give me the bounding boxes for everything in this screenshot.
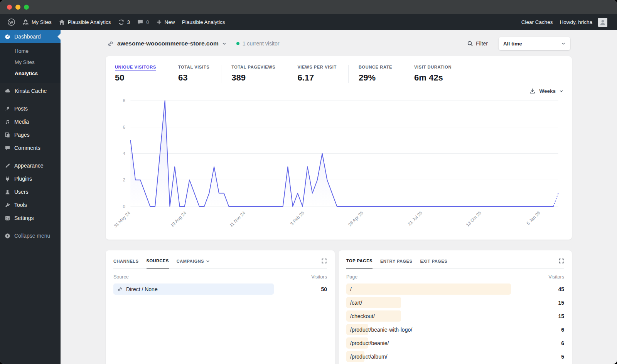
comments-menu[interactable]: 0 xyxy=(133,14,153,30)
link-icon xyxy=(107,40,114,47)
sidebar-item-tools[interactable]: Tools xyxy=(0,198,61,211)
sidebar-item-my-sites[interactable]: My Sites xyxy=(0,57,61,68)
media-note-icon xyxy=(5,119,10,125)
expand-icon xyxy=(321,258,327,264)
tab-entry-pages[interactable]: ENTRY PAGES xyxy=(380,259,412,268)
sidebar-item-posts[interactable]: Posts xyxy=(0,102,61,115)
svg-text:5 Jan 26: 5 Jan 26 xyxy=(526,210,541,226)
fullscreen-button[interactable] xyxy=(321,258,327,268)
stat-visit-duration[interactable]: VISIT DURATION 6m 42s xyxy=(404,65,463,83)
link-icon xyxy=(117,287,123,292)
collapse-arrow-icon xyxy=(5,233,10,239)
svg-text:13 Oct 25: 13 Oct 25 xyxy=(465,210,482,227)
sidebar-item-dashboard[interactable]: Dashboard xyxy=(0,30,61,43)
page-row[interactable]: / 45 xyxy=(346,283,564,295)
chevron-down-icon xyxy=(561,41,566,46)
titlebar xyxy=(0,0,617,14)
current-visitors: 1 current visitor xyxy=(236,40,280,47)
source-visitors: 50 xyxy=(321,286,327,292)
source-name: Direct / None xyxy=(126,286,158,292)
sidebar-item-appearance[interactable]: Appearance xyxy=(0,159,61,172)
sidebar-item-comments[interactable]: Comments xyxy=(0,141,61,154)
pushpin-icon xyxy=(5,106,10,112)
tab-sources[interactable]: SOURCES xyxy=(147,258,169,268)
svg-text:2: 2 xyxy=(123,178,125,182)
visitors-trend-chart[interactable]: 0246831 May 2419 Aug 2411 Nov 243 Feb 25… xyxy=(113,97,564,234)
page-path: / xyxy=(350,286,352,292)
collapse-menu-button[interactable]: Collapse menu xyxy=(0,229,61,242)
svg-text:8: 8 xyxy=(123,98,125,103)
svg-text:6: 6 xyxy=(123,125,125,129)
app-window: My Sites Plausible Analytics 3 0 New Pla… xyxy=(0,0,617,364)
updates-menu[interactable]: 3 xyxy=(115,14,134,30)
site-switcher[interactable]: awesome-woocommerce-store.com xyxy=(107,40,226,47)
my-sites-menu[interactable]: My Sites xyxy=(19,14,55,30)
expand-icon xyxy=(558,258,564,264)
sidebar-item-settings[interactable]: Settings xyxy=(0,211,61,225)
page-visitors: 6 xyxy=(561,327,564,333)
pages-panel: TOP PAGES ENTRY PAGES EXIT PAGES Page Vi… xyxy=(339,250,572,364)
user-silhouette-icon xyxy=(599,19,606,26)
stat-total-pageviews[interactable]: TOTAL PAGEVIEWS 389 xyxy=(221,65,287,83)
svg-text:3 Feb 25: 3 Feb 25 xyxy=(289,210,305,226)
filter-label: Filter xyxy=(476,40,488,47)
sidebar-item-pages[interactable]: Pages xyxy=(0,128,61,141)
search-icon xyxy=(467,40,473,47)
sidebar-item-plugins[interactable]: Plugins xyxy=(0,172,61,185)
pages-icon xyxy=(5,132,10,138)
download-icon[interactable] xyxy=(529,88,536,94)
new-content-menu[interactable]: New xyxy=(153,14,179,30)
tab-exit-pages[interactable]: EXIT PAGES xyxy=(420,259,447,268)
filter-button[interactable]: Filter xyxy=(467,40,488,47)
sources-panel: CHANNELS SOURCES CAMPAIGNS Source xyxy=(106,250,335,364)
page-row[interactable]: /product/album/ 5 xyxy=(346,351,564,362)
svg-text:0: 0 xyxy=(123,204,125,209)
sidebar-item-kinsta-cache[interactable]: Kinsta Cache xyxy=(0,84,61,97)
stat-views-per-visit[interactable]: VIEWS PER VISIT 6.17 xyxy=(287,65,348,83)
page-path: /product/beanie/ xyxy=(350,340,389,346)
stat-bounce-rate[interactable]: BOUNCE RATE 29% xyxy=(348,65,404,83)
svg-text:31 May 24: 31 May 24 xyxy=(113,210,131,228)
sidebar-item-users[interactable]: Users xyxy=(0,185,61,198)
stat-total-visits[interactable]: TOTAL VISITS 63 xyxy=(168,65,221,83)
interval-select[interactable]: Weeks xyxy=(539,88,556,94)
plausible-analytics-menu[interactable]: Plausible Analytics xyxy=(179,14,229,30)
tab-campaigns[interactable]: CAMPAIGNS xyxy=(177,259,210,268)
home-icon xyxy=(59,19,65,25)
sources-tabs: CHANNELS SOURCES CAMPAIGNS xyxy=(113,258,327,269)
page-row[interactable]: /product/beanie-with-logo/ 6 xyxy=(346,324,564,335)
paintbrush-icon xyxy=(5,163,10,169)
clear-caches-button[interactable]: Clear Caches xyxy=(518,19,556,25)
minimize-button[interactable] xyxy=(15,5,20,10)
chevron-down-icon[interactable] xyxy=(559,89,563,93)
fullscreen-button[interactable] xyxy=(558,258,564,268)
new-label: New xyxy=(165,19,175,25)
page-row[interactable]: /checkout/ 15 xyxy=(346,310,564,322)
stat-unique-visitors[interactable]: UNIQUE VISITORS 50 xyxy=(113,65,168,83)
date-range-value: All time xyxy=(503,41,522,47)
sidebar-item-media[interactable]: Media xyxy=(0,115,61,128)
tab-channels[interactable]: CHANNELS xyxy=(113,259,139,268)
zoom-button[interactable] xyxy=(24,5,29,10)
comment-icon xyxy=(137,19,143,25)
wrench-icon xyxy=(5,202,10,208)
page-row[interactable]: /product/beanie/ 6 xyxy=(346,337,564,349)
page-row[interactable]: /cart/ 15 xyxy=(346,297,564,308)
page-path: /cart/ xyxy=(350,300,362,306)
tab-top-pages[interactable]: TOP PAGES xyxy=(346,258,373,268)
site-home-menu[interactable]: Plausible Analytics xyxy=(55,14,115,30)
wp-logo-menu[interactable] xyxy=(4,14,19,30)
dashboard-submenu: Home My Sites Analytics xyxy=(0,43,61,83)
sidebar-item-home[interactable]: Home xyxy=(0,45,61,57)
account-menu[interactable]: Howdy, hricha xyxy=(556,18,611,27)
svg-text:28 Apr 25: 28 Apr 25 xyxy=(347,210,364,227)
page-visitors: 15 xyxy=(558,300,564,306)
my-sites-label: My Sites xyxy=(32,19,52,25)
page-path: /checkout/ xyxy=(350,313,375,319)
source-row[interactable]: Direct / None 50 xyxy=(113,283,327,295)
multisite-icon xyxy=(22,19,29,25)
close-button[interactable] xyxy=(7,5,12,10)
analytics-topbar: awesome-woocommerce-store.com 1 current … xyxy=(106,37,572,50)
date-range-select[interactable]: All time xyxy=(499,37,570,50)
sidebar-item-analytics[interactable]: Analytics xyxy=(0,68,61,79)
